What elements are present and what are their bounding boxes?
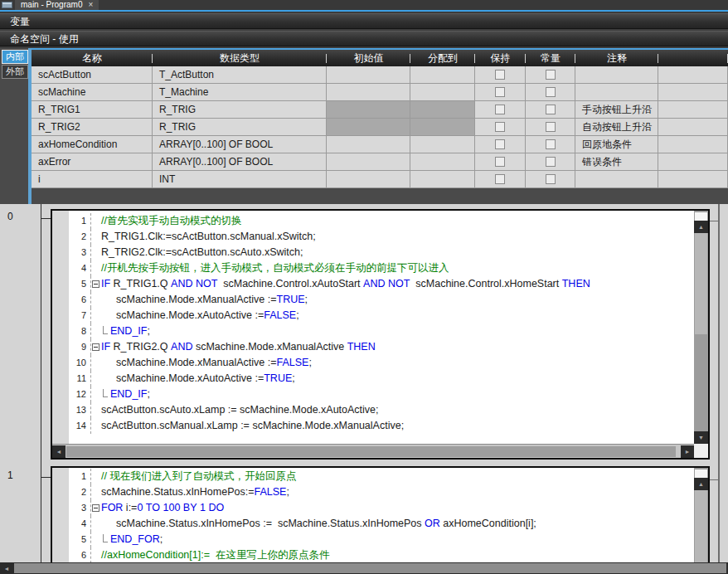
constant-checkbox[interactable] (546, 105, 556, 114)
cell-name[interactable]: scMachine (32, 84, 153, 100)
table-row[interactable]: R_TRIG2R_TRIG自动按钮上升沿 (32, 119, 728, 136)
tab-external[interactable]: 外部 (2, 65, 28, 79)
code-line[interactable]: 1//首先实现手动自动模式的切换 (52, 213, 694, 229)
namespace-section-bar[interactable]: 命名空间 - 使用 (0, 31, 728, 46)
constant-checkbox[interactable] (546, 70, 556, 80)
tab-main-program0[interactable]: main - Program0 × (15, 0, 99, 10)
cell-datatype[interactable]: T_Machine (153, 84, 327, 100)
retain-checkbox[interactable] (495, 87, 505, 97)
vertical-scrollbar[interactable]: ▲ ▼ (694, 211, 708, 444)
retain-checkbox[interactable] (495, 122, 505, 132)
close-icon[interactable]: × (88, 0, 93, 10)
cell-assign[interactable] (410, 119, 475, 135)
rung0-label[interactable]: 0 (7, 211, 13, 222)
col-initial[interactable]: 初始值 (327, 50, 410, 66)
cell-name[interactable]: R_TRIG2 (32, 119, 153, 135)
code-block-0[interactable]: 1//首先实现手动自动模式的切换2R_TRIG1.Clk:=scActButto… (51, 209, 710, 460)
cell-assign[interactable] (410, 153, 475, 170)
cell-comment[interactable] (575, 66, 658, 83)
retain-checkbox[interactable] (495, 139, 505, 149)
scroll-down-button[interactable]: ▼ (694, 431, 708, 444)
code-line[interactable]: 8END_IF; (52, 323, 694, 339)
table-row[interactable]: axHomeConditionARRAY[0..100] OF BOOL回原地条… (32, 136, 728, 153)
cell-datatype[interactable]: R_TRIG (153, 119, 327, 135)
col-assign[interactable]: 分配到 (410, 50, 475, 66)
scroll-up-button[interactable]: ▲ (694, 478, 708, 490)
cell-name[interactable]: R_TRIG1 (32, 101, 153, 118)
col-comment[interactable]: 注释 (575, 50, 658, 66)
retain-checkbox[interactable] (495, 70, 505, 80)
cell-comment[interactable]: 回原地条件 (575, 136, 658, 153)
cell-datatype[interactable]: ARRAY[0..100] OF BOOL (153, 153, 327, 170)
cell-comment[interactable]: 自动按钮上升沿 (575, 119, 658, 135)
cell-datatype[interactable]: T_ActButton (153, 66, 327, 83)
col-datatype[interactable]: 数据类型 (153, 50, 327, 66)
code-line[interactable]: 1// 现在我们进入到了自动模式，开始回原点 (52, 469, 694, 484)
horizontal-scrollbar[interactable]: ◄ ► (52, 444, 694, 458)
code-line[interactable]: 9IF R_TRIG2.Q AND scMachine.Mode.xManual… (52, 339, 694, 355)
constant-checkbox[interactable] (546, 174, 556, 184)
cell-name[interactable]: i (32, 171, 153, 187)
code-line[interactable]: 10scMachine.Mode.xManualActive :=FALSE; (52, 355, 694, 371)
table-row[interactable]: scActButtonT_ActButton (32, 66, 728, 84)
retain-checkbox[interactable] (495, 105, 505, 114)
cell-name[interactable]: axHomeCondition (32, 136, 153, 153)
scrollbar-thumb[interactable] (66, 446, 676, 457)
cell-comment[interactable]: 手动按钮上升沿 (575, 101, 658, 118)
code-block-1[interactable]: 1// 现在我们进入到了自动模式，开始回原点2scMachine.Status.… (51, 466, 710, 562)
code-line[interactable]: 7scMachine.Mode.xAutoActive :=FALSE; (52, 308, 694, 323)
code-line[interactable]: 14scActButton.scManual.xLamp := scMachin… (52, 418, 694, 434)
variables-section-bar[interactable]: 变量 (0, 13, 728, 29)
app-horizontal-scrollbar[interactable]: ◄ (0, 562, 728, 574)
retain-checkbox[interactable] (495, 157, 505, 167)
scroll-right-button[interactable]: ► (681, 445, 694, 458)
cell-initial[interactable] (327, 119, 410, 135)
constant-checkbox[interactable] (546, 157, 556, 167)
col-name[interactable]: 名称 (32, 50, 153, 66)
retain-checkbox[interactable] (495, 174, 505, 184)
code-line[interactable]: 3FOR i:=0 TO 100 BY 1 DO (52, 500, 694, 516)
constant-checkbox[interactable] (546, 87, 556, 97)
cell-datatype[interactable]: INT (153, 171, 327, 187)
cell-initial[interactable] (327, 66, 410, 83)
cell-initial[interactable] (327, 101, 410, 118)
tab-internal[interactable]: 内部 (2, 50, 28, 64)
table-row[interactable]: scMachineT_Machine (32, 84, 728, 101)
col-constant[interactable]: 常量 (526, 50, 575, 66)
cell-assign[interactable] (410, 66, 475, 83)
cell-initial[interactable] (327, 171, 410, 187)
cell-assign[interactable] (410, 101, 475, 118)
code-line[interactable]: 12END_IF; (52, 387, 694, 402)
vertical-scrollbar[interactable]: ▲ (694, 468, 708, 562)
scrollbar-thumb[interactable] (14, 563, 726, 573)
cell-datatype[interactable]: R_TRIG (153, 101, 327, 118)
code-line[interactable]: 13scActButton.scAuto.xLamp := scMachine.… (52, 402, 694, 418)
cell-name[interactable]: axError (32, 153, 153, 170)
code-line[interactable]: 5END_FOR; (52, 532, 694, 547)
cell-name[interactable]: scActButton (32, 66, 153, 83)
scroll-up-button[interactable]: ▲ (694, 221, 708, 233)
cell-initial[interactable] (327, 153, 410, 170)
code-line[interactable]: 2R_TRIG1.Clk:=scActButton.scManual.xSwit… (52, 229, 694, 245)
cell-assign[interactable] (410, 136, 475, 153)
cell-datatype[interactable]: ARRAY[0..100] OF BOOL (153, 136, 327, 153)
code-line[interactable]: 4scMachine.Status.xInHomePos := scMachin… (52, 516, 694, 532)
scroll-left-button[interactable]: ◄ (0, 562, 13, 574)
cell-initial[interactable] (327, 84, 410, 100)
code-line[interactable]: 3R_TRIG2.Clk:=scActButton.scAuto.xSwitch… (52, 245, 694, 260)
code-line[interactable]: 11scMachine.Mode.xAutoActive :=TRUE; (52, 371, 694, 387)
cell-initial[interactable] (327, 136, 410, 153)
cell-assign[interactable] (410, 171, 475, 187)
code-line[interactable]: 6//axHomeCondition[1]:= 在这里写上你的原点条件 (52, 547, 694, 562)
cell-comment[interactable]: 错误条件 (575, 153, 658, 170)
rung1-label[interactable]: 1 (7, 469, 13, 481)
cell-comment[interactable] (575, 84, 658, 100)
cell-comment[interactable] (575, 171, 658, 187)
scrollbar-thumb[interactable] (695, 233, 707, 334)
constant-checkbox[interactable] (546, 122, 556, 132)
table-row[interactable]: axErrorARRAY[0..100] OF BOOL错误条件 (32, 153, 728, 171)
scrollbar-thumb[interactable] (695, 490, 707, 562)
code-line[interactable]: 2scMachine.Status.xInHomePos:=FALSE; (52, 484, 694, 500)
table-row[interactable]: iINT (32, 171, 728, 188)
scroll-left-button[interactable]: ◄ (52, 445, 66, 458)
